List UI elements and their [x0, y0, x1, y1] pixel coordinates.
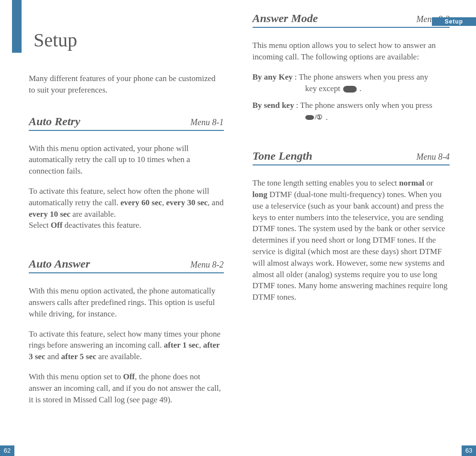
text-run: The tone length setting enables you to s…	[253, 178, 399, 187]
menu-ref: Menu 8-2	[190, 260, 223, 270]
side-tab	[12, 0, 22, 53]
section-header: Auto Answer Menu 8-2	[29, 257, 224, 273]
body-text: The tone length setting enables you to s…	[253, 177, 450, 303]
section-answer-mode: Answer Mode Menu 8-3 This menu option al…	[253, 12, 450, 123]
option-text: .	[325, 112, 327, 124]
section-title: Tone Length	[253, 150, 313, 163]
option-text: : The phone answers when you press any	[295, 71, 450, 83]
section-header: Tone Length Menu 8-4	[253, 150, 450, 165]
page-number-right: 63	[462, 445, 476, 456]
option-text: key except	[305, 83, 340, 95]
section-header: Auto Retry Menu 8-1	[29, 115, 224, 131]
bold-run: every 10 sec	[29, 210, 70, 219]
text-run: DTMF (dual-tone multi-frequency) tones. …	[253, 190, 448, 302]
option-text: : The phone answers only when you press	[296, 100, 450, 112]
text-run: Select	[29, 221, 51, 230]
section-auto-retry: Auto Retry Menu 8-1 With this menu optio…	[29, 115, 224, 232]
send-key-icon: /①	[305, 113, 323, 122]
option-by-any-key: By any Key : The phone answers when you …	[253, 71, 450, 95]
text-run: , and	[208, 198, 223, 207]
text-run: ,	[199, 340, 203, 350]
body-text: With this menu option set to Off, the ph…	[29, 371, 224, 405]
intro-text: Many different features of your phone ca…	[29, 73, 224, 96]
bold-run: every 30 sec	[166, 198, 208, 207]
option-key: By any Key	[253, 71, 293, 83]
header-tab: Setup	[432, 17, 476, 26]
text-run: deactivates this feature.	[62, 221, 141, 230]
text-run: and	[45, 352, 61, 361]
text-run: are available.	[96, 352, 142, 361]
page-right: Setup Answer Mode Menu 8-3 This menu opt…	[238, 0, 476, 456]
body-text: This menu option allows you to select ho…	[253, 40, 450, 63]
section-auto-answer: Auto Answer Menu 8-2 With this menu opti…	[29, 257, 224, 405]
option-text: .	[360, 83, 361, 95]
text-run: With this menu option set to	[29, 372, 123, 381]
bold-run: long	[253, 190, 267, 199]
bold-run: Off	[123, 372, 135, 381]
bold-run: normal	[399, 178, 424, 187]
section-title: Auto Answer	[29, 257, 90, 270]
page-spread: Setup Many different features of your ph…	[0, 0, 476, 456]
text-run: or	[424, 178, 433, 187]
text-run: are available.	[70, 210, 116, 219]
page-number-left: 62	[0, 445, 14, 456]
section-tone-length: Tone Length Menu 8-4 The tone length set…	[253, 150, 450, 303]
text-run: ,	[162, 198, 166, 207]
section-title: Auto Retry	[29, 115, 80, 128]
page-title: Setup	[34, 29, 224, 51]
menu-ref: Menu 8-4	[417, 152, 450, 162]
section-header: Answer Mode Menu 8-3	[253, 12, 450, 28]
body-text: To activate this feature, select how man…	[29, 328, 224, 362]
bold-run: after 1 sec	[164, 340, 199, 350]
bold-run: Off	[51, 221, 63, 230]
bold-run: after 5 sec	[61, 352, 96, 361]
option-key: By send key	[253, 100, 294, 112]
page-left: Setup Many different features of your ph…	[0, 0, 238, 456]
end-key-icon	[343, 86, 357, 93]
body-text: To activate this feature, select how oft…	[29, 186, 224, 231]
menu-ref: Menu 8-1	[190, 117, 223, 128]
bold-run: every 60 sec	[120, 198, 162, 207]
section-title: Answer Mode	[253, 12, 318, 25]
option-by-send-key: By send key : The phone answers only whe…	[253, 100, 450, 123]
body-text: With this menu option activated, the pho…	[29, 285, 224, 319]
body-text: With this menu option activated, your ph…	[29, 143, 224, 177]
